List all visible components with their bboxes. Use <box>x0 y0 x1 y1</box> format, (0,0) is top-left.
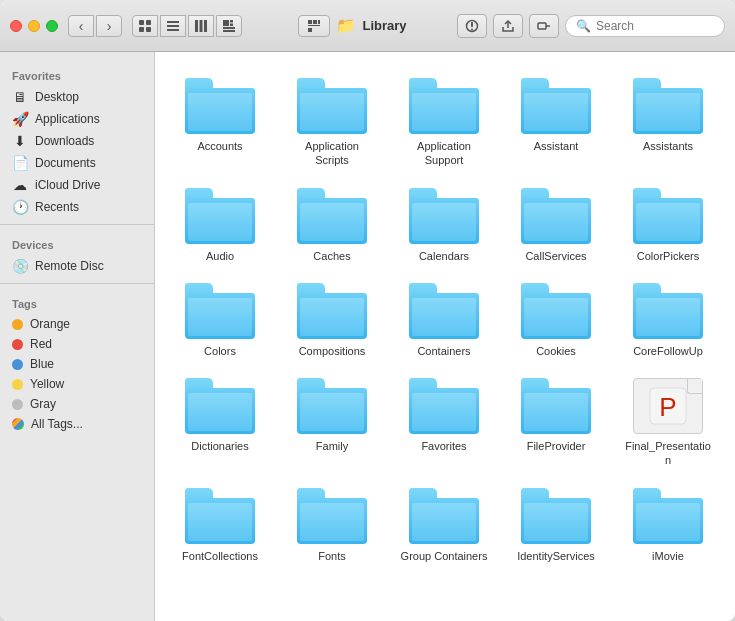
svg-rect-24 <box>538 23 546 29</box>
sidebar-item-label: Gray <box>30 397 56 411</box>
file-item[interactable]: Compositions <box>277 273 387 368</box>
svg-rect-15 <box>308 20 312 24</box>
forward-button[interactable]: › <box>96 15 122 37</box>
file-grid: Accounts Application Scripts Application… <box>165 68 725 573</box>
file-item[interactable]: Containers <box>389 273 499 368</box>
file-grid-container[interactable]: Accounts Application Scripts Application… <box>155 52 735 621</box>
file-label: iMovie <box>652 549 684 563</box>
folder-icon <box>521 488 591 544</box>
back-button[interactable]: ‹ <box>68 15 94 37</box>
svg-rect-21 <box>471 22 473 27</box>
sidebar-item-label: Orange <box>30 317 70 331</box>
file-item[interactable]: Application Support <box>389 68 499 178</box>
folder-icon <box>633 188 703 244</box>
share-button[interactable] <box>493 14 523 38</box>
folder-icon <box>409 78 479 134</box>
sidebar-item-blue[interactable]: Blue <box>0 354 154 374</box>
search-bar[interactable]: 🔍 <box>565 15 725 37</box>
titlebar: ‹ › <box>0 0 735 52</box>
recents-icon: 🕐 <box>12 199 28 215</box>
file-label: Fonts <box>318 549 346 563</box>
file-label: Caches <box>313 249 350 263</box>
sidebar-item-gray[interactable]: Gray <box>0 394 154 414</box>
file-item[interactable]: FontCollections <box>165 478 275 573</box>
sidebar-item-documents[interactable]: 📄 Documents <box>0 152 154 174</box>
sidebar-item-yellow[interactable]: Yellow <box>0 374 154 394</box>
file-label: Accounts <box>197 139 242 153</box>
file-item[interactable]: Assistants <box>613 68 723 178</box>
close-button[interactable] <box>10 20 22 32</box>
sidebar-item-desktop[interactable]: 🖥 Desktop <box>0 86 154 108</box>
file-item[interactable]: Family <box>277 368 387 478</box>
file-item[interactable]: Fonts <box>277 478 387 573</box>
file-item[interactable]: Group Containers <box>389 478 499 573</box>
file-item[interactable]: ColorPickers <box>613 178 723 273</box>
folder-icon <box>633 78 703 134</box>
file-item[interactable]: CallServices <box>501 178 611 273</box>
cover-view-button[interactable] <box>216 15 242 37</box>
sidebar-item-icloud[interactable]: ☁ iCloud Drive <box>0 174 154 196</box>
traffic-lights <box>10 20 58 32</box>
file-label: Assistant <box>534 139 579 153</box>
sidebar-item-label: Yellow <box>30 377 64 391</box>
sidebar-item-remote-disc[interactable]: 💿 Remote Disc <box>0 255 154 277</box>
file-item[interactable]: Assistant <box>501 68 611 178</box>
folder-icon <box>297 78 367 134</box>
folder-icon <box>409 488 479 544</box>
divider-2 <box>0 283 154 284</box>
file-item[interactable]: CoreFollowUp <box>613 273 723 368</box>
search-icon: 🔍 <box>576 19 591 33</box>
view-controls <box>132 15 242 37</box>
content-area: Favorites 🖥 Desktop 🚀 Applications ⬇ Dow… <box>0 52 735 621</box>
file-item[interactable]: Audio <box>165 178 275 273</box>
file-label: Dictionaries <box>191 439 248 453</box>
file-item[interactable]: Calendars <box>389 178 499 273</box>
list-view-button[interactable] <box>160 15 186 37</box>
sidebar-item-applications[interactable]: 🚀 Applications <box>0 108 154 130</box>
folder-icon <box>633 283 703 339</box>
file-item[interactable]: P Final_Presentation <box>613 368 723 478</box>
sidebar-item-label: Downloads <box>35 134 94 148</box>
column-view-button[interactable] <box>188 15 214 37</box>
icon-view-button[interactable] <box>132 15 158 37</box>
sidebar-item-orange[interactable]: Orange <box>0 314 154 334</box>
svg-rect-6 <box>167 29 179 31</box>
sidebar-item-downloads[interactable]: ⬇ Downloads <box>0 130 154 152</box>
file-item[interactable]: Accounts <box>165 68 275 178</box>
file-label: Calendars <box>419 249 469 263</box>
file-label: Favorites <box>421 439 466 453</box>
file-item[interactable]: Colors <box>165 273 275 368</box>
folder-icon <box>185 488 255 544</box>
file-item[interactable]: FileProvider <box>501 368 611 478</box>
file-item[interactable]: iMovie <box>613 478 723 573</box>
minimize-button[interactable] <box>28 20 40 32</box>
action-button[interactable] <box>457 14 487 38</box>
file-item[interactable]: Cookies <box>501 273 611 368</box>
group-button[interactable] <box>298 15 330 37</box>
folder-icon <box>297 378 367 434</box>
sidebar-item-red[interactable]: Red <box>0 334 154 354</box>
search-input[interactable] <box>596 19 716 33</box>
toolbar-right: 🔍 <box>457 14 725 38</box>
file-item[interactable]: Application Scripts <box>277 68 387 178</box>
sidebar-item-all-tags[interactable]: All Tags... <box>0 414 154 434</box>
file-label: Compositions <box>299 344 366 358</box>
folder-icon <box>185 378 255 434</box>
tag-button[interactable] <box>529 14 559 38</box>
svg-rect-10 <box>223 20 229 26</box>
svg-rect-19 <box>308 28 312 32</box>
sidebar-item-recents[interactable]: 🕐 Recents <box>0 196 154 218</box>
svg-rect-8 <box>200 20 203 32</box>
file-item[interactable]: Dictionaries <box>165 368 275 478</box>
file-item[interactable]: Caches <box>277 178 387 273</box>
folder-icon <box>633 488 703 544</box>
tags-section-title: Tags <box>0 290 154 314</box>
maximize-button[interactable] <box>46 20 58 32</box>
blue-tag-dot <box>12 359 23 370</box>
folder-icon <box>409 378 479 434</box>
file-item[interactable]: IdentityServices <box>501 478 611 573</box>
file-item[interactable]: Favorites <box>389 368 499 478</box>
title-area: 📁 Library <box>248 15 457 37</box>
file-label: Final_Presentation <box>623 439 713 468</box>
svg-rect-5 <box>167 25 179 27</box>
